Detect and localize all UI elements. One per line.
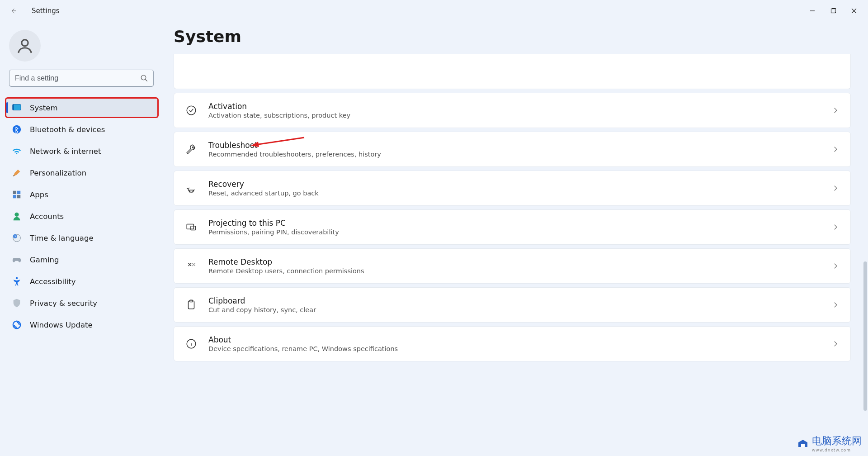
sidebar-item-label: System [30, 104, 58, 112]
info-icon [185, 337, 198, 350]
sidebar-item-system[interactable]: System [5, 98, 158, 118]
update-icon [12, 320, 22, 330]
back-button[interactable] [6, 4, 21, 18]
card-subtitle: Activation state, subscriptions, product… [208, 112, 821, 119]
chevron-right-icon [831, 223, 840, 231]
close-icon [851, 8, 857, 14]
sidebar-item-label: Gaming [30, 256, 59, 264]
user-icon [16, 37, 33, 54]
card-troubleshoot[interactable]: Troubleshoot Recommended troubleshooters… [174, 132, 851, 167]
clipboard-icon [185, 299, 198, 311]
sidebar: System Bluetooth & devices Network & int… [0, 22, 163, 456]
sidebar-item-label: Personalization [30, 169, 86, 177]
minimize-button[interactable] [802, 4, 823, 18]
sidebar-item-apps[interactable]: Apps [5, 185, 158, 204]
window-title: Settings [32, 7, 60, 15]
project-icon [185, 221, 198, 233]
wrench-icon [185, 143, 198, 156]
sidebar-item-gaming[interactable]: Gaming [5, 250, 158, 270]
card-subtitle: Cut and copy history, sync, clear [208, 306, 821, 314]
search-input[interactable] [9, 70, 154, 87]
watermark-icon [797, 438, 809, 449]
sidebar-item-time-language[interactable]: Time & language [5, 228, 158, 248]
sidebar-item-label: Accounts [30, 212, 64, 221]
sidebar-item-label: Accessibility [30, 277, 76, 286]
sidebar-item-accounts[interactable]: Accounts [5, 206, 158, 226]
search-wrap [9, 70, 154, 87]
svg-point-2 [141, 75, 146, 80]
card-about[interactable]: About Device specifications, rename PC, … [174, 326, 851, 361]
minimize-icon [810, 8, 815, 14]
svg-rect-8 [13, 195, 16, 198]
sidebar-item-network[interactable]: Network & internet [5, 141, 158, 161]
svg-point-13 [16, 277, 18, 279]
gaming-icon [12, 255, 22, 265]
arrow-left-icon [10, 7, 17, 14]
svg-point-1 [22, 40, 28, 46]
shield-icon [12, 298, 22, 308]
bluetooth-icon [12, 124, 22, 134]
card-title: Troubleshoot [208, 141, 821, 150]
remote-desktop-icon [185, 260, 198, 272]
titlebar: Settings [0, 0, 868, 22]
nav: System Bluetooth & devices Network & int… [5, 98, 158, 335]
window-controls [802, 4, 864, 18]
apps-icon [12, 190, 22, 200]
sidebar-item-privacy[interactable]: Privacy & security [5, 293, 158, 313]
close-button[interactable] [844, 4, 864, 18]
watermark-text: 电脑系统网 [812, 435, 862, 446]
chevron-right-icon [831, 145, 840, 153]
card-subtitle: Recommended troubleshooters, preferences… [208, 151, 821, 158]
page-title: System [174, 27, 864, 46]
main-content: System Activation Activation state, subs… [163, 22, 868, 456]
svg-rect-20 [191, 226, 196, 230]
svg-rect-7 [17, 191, 20, 194]
card-title: Projecting to this PC [208, 218, 821, 228]
card-recovery[interactable]: Recovery Reset, advanced startup, go bac… [174, 171, 851, 206]
watermark-url: www.dnxtw.com [812, 448, 862, 452]
card-subtitle: Reset, advanced startup, go back [208, 190, 821, 197]
chevron-right-icon [831, 184, 840, 192]
sidebar-item-label: Windows Update [30, 321, 93, 329]
card-clipboard[interactable]: Clipboard Cut and copy history, sync, cl… [174, 287, 851, 323]
svg-rect-3 [13, 104, 21, 110]
search-icon [140, 74, 148, 82]
svg-rect-18 [189, 190, 193, 192]
watermark: 电脑系统网 www.dnxtw.com [797, 434, 862, 452]
sidebar-item-label: Network & internet [30, 147, 101, 156]
svg-point-15 [187, 106, 196, 115]
card-title: About [208, 335, 821, 344]
chevron-right-icon [831, 106, 840, 114]
profile-area[interactable] [5, 26, 158, 70]
accounts-icon [12, 211, 22, 221]
sidebar-item-label: Bluetooth & devices [30, 125, 105, 134]
card-remote-desktop[interactable]: Remote Desktop Remote Desktop users, con… [174, 248, 851, 284]
svg-rect-24 [801, 444, 805, 447]
sidebar-item-accessibility[interactable]: Accessibility [5, 271, 158, 291]
system-icon [12, 103, 22, 113]
sidebar-item-label: Privacy & security [30, 299, 97, 308]
card-activation[interactable]: Activation Activation state, subscriptio… [174, 93, 851, 128]
chevron-right-icon [831, 262, 840, 270]
svg-point-10 [14, 213, 19, 217]
card-projecting[interactable]: Projecting to this PC Permissions, pairi… [174, 209, 851, 245]
chevron-right-icon [831, 301, 840, 309]
sidebar-item-personalization[interactable]: Personalization [5, 163, 158, 183]
svg-rect-9 [17, 195, 20, 198]
svg-rect-0 [831, 9, 835, 13]
svg-rect-19 [187, 224, 193, 229]
chevron-right-icon [831, 340, 840, 348]
svg-rect-4 [13, 104, 14, 110]
scrollbar-thumb[interactable] [863, 261, 867, 411]
sidebar-item-bluetooth[interactable]: Bluetooth & devices [5, 119, 158, 139]
sidebar-item-label: Time & language [30, 234, 94, 242]
maximize-icon [830, 8, 836, 14]
svg-rect-6 [13, 191, 16, 194]
card-title: Remote Desktop [208, 257, 821, 266]
maximize-button[interactable] [823, 4, 844, 18]
card-subtitle: Remote Desktop users, connection permiss… [208, 267, 821, 275]
sidebar-item-windows-update[interactable]: Windows Update [5, 315, 158, 335]
card-partial-previous[interactable] [174, 54, 851, 89]
recovery-icon [185, 182, 198, 195]
sidebar-item-label: Apps [30, 190, 48, 199]
